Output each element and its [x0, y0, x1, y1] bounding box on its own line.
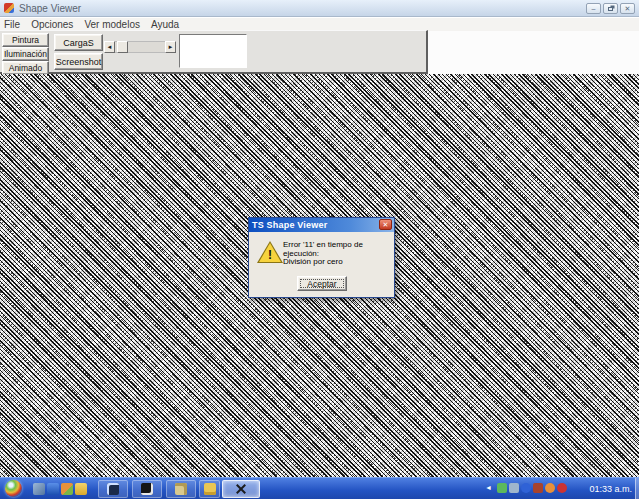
taskbar-app-button-2[interactable]	[132, 480, 162, 498]
tray-icon-1[interactable]	[497, 483, 507, 493]
dialog-close-button[interactable]: ✕	[379, 219, 392, 230]
taskbar-app-button-3[interactable]	[166, 480, 196, 498]
window-controls: – ✕	[586, 3, 635, 14]
scroll-left-arrow-icon[interactable]: ◄	[104, 41, 115, 53]
dialog-titlebar: TS Shape Viewer	[249, 218, 394, 232]
warning-exclamation: !	[257, 248, 283, 262]
tray-icon-6[interactable]	[557, 483, 567, 493]
tray-icon-5[interactable]	[545, 483, 555, 493]
start-button[interactable]	[5, 480, 22, 497]
quicklaunch-icon-2[interactable]	[47, 483, 59, 495]
app-icon-black	[141, 483, 153, 495]
menu-item-ver-modelos[interactable]: Ver modelos	[84, 19, 140, 30]
close-button[interactable]: ✕	[620, 3, 635, 14]
close-icon: ✕	[625, 5, 631, 12]
animado-button[interactable]: Animado	[2, 61, 49, 75]
minimize-icon: –	[592, 5, 596, 12]
window-title: Shape Viewer	[19, 3, 81, 14]
quicklaunch-icon-4[interactable]	[75, 483, 87, 495]
menu-item-file[interactable]: File	[4, 19, 20, 30]
app-icon	[4, 3, 14, 13]
app-icon-dark	[107, 483, 119, 495]
dialog-body: ! Error '11' en tiempo de ejecución: Div…	[249, 232, 394, 297]
scrollbar-thumb[interactable]	[117, 41, 128, 53]
warning-icon: !	[257, 241, 283, 263]
titlebar: Shape Viewer – ✕	[0, 0, 639, 17]
tools-icon	[234, 482, 248, 496]
accept-button[interactable]: Aceptar	[297, 276, 347, 291]
pintura-button[interactable]: Pintura	[2, 33, 49, 47]
screen: Shape Viewer – ✕ File Opciones Ver model…	[0, 0, 639, 499]
error-message-line1: Error '11' en tiempo de ejecución:	[283, 240, 391, 258]
folder-icon	[204, 483, 216, 495]
show-desktop-button[interactable]	[635, 478, 639, 499]
quicklaunch-icon-1[interactable]	[33, 483, 45, 495]
dialog-title: TS Shape Viewer	[252, 220, 327, 230]
scroll-right-arrow-icon[interactable]: ►	[165, 41, 176, 53]
horizontal-scrollbar[interactable]: ◄ ►	[104, 41, 176, 53]
dialog-close-icon: ✕	[383, 221, 389, 228]
tray-expand-icon[interactable]: ◄	[485, 484, 492, 491]
quicklaunch-icon-3[interactable]	[61, 483, 73, 495]
tray-icon-4[interactable]	[533, 483, 543, 493]
error-message-line2: División por cero	[283, 257, 391, 266]
taskbar-app-button-4[interactable]	[199, 480, 220, 498]
restore-button[interactable]	[603, 3, 618, 14]
taskbar-app-button-1[interactable]	[98, 480, 128, 498]
taskbar-app-button-shapeviewer-active[interactable]	[222, 480, 260, 498]
scrollbar-track[interactable]	[115, 41, 165, 53]
toolbar: Pintura Iluminación Animado CargaS Scree…	[0, 30, 428, 74]
taskbar-clock[interactable]: 01:33 a.m.	[589, 478, 632, 499]
shape-listbox[interactable]	[179, 34, 247, 68]
load-shape-button[interactable]: CargaS	[54, 34, 103, 51]
menu-item-ayuda[interactable]: Ayuda	[151, 19, 179, 30]
iluminacion-button[interactable]: Iluminación	[2, 47, 49, 61]
menu-item-opciones[interactable]: Opciones	[31, 19, 73, 30]
tray-icon-2[interactable]	[509, 483, 519, 493]
minimize-button[interactable]: –	[586, 3, 601, 14]
taskbar: ◄ 01:33 a.m.	[0, 477, 639, 499]
error-dialog: TS Shape Viewer ✕ ! Error '11' en tiempo…	[248, 217, 395, 298]
restore-icon	[608, 7, 613, 11]
tray-icon-3[interactable]	[521, 483, 531, 493]
app-icon-note	[175, 483, 187, 495]
screenshot-button[interactable]: Screenshot	[54, 53, 103, 70]
